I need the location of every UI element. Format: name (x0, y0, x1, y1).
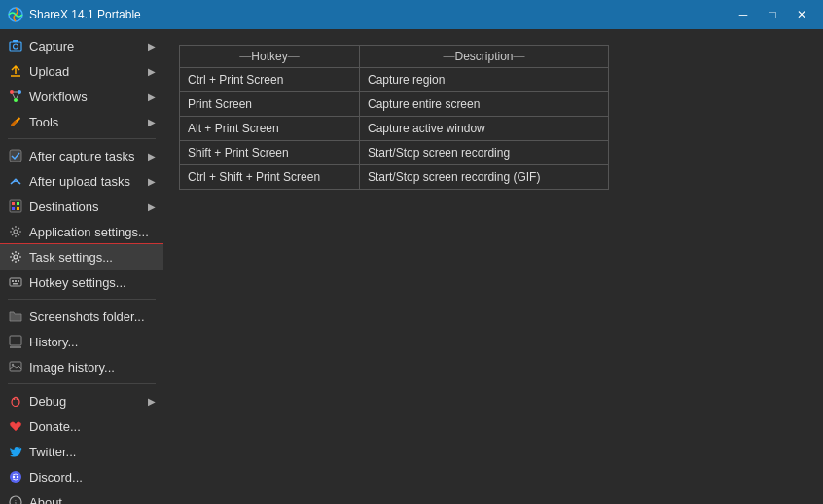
minimize-button[interactable]: ─ (730, 4, 757, 25)
svg-rect-16 (12, 207, 15, 210)
sidebar-item-tools[interactable]: Tools▶ (0, 109, 163, 134)
tools-arrow: ▶ (148, 117, 156, 127)
sidebar-item-twitter[interactable]: Twitter... (0, 439, 163, 464)
window-controls: ─ □ ✕ (730, 4, 815, 25)
debug-label: Debug (29, 394, 142, 409)
svg-point-6 (14, 98, 18, 102)
hotkey-settings-label: Hotkey settings... (29, 275, 156, 290)
table-row: Print ScreenCapture entire screen (180, 92, 608, 117)
sidebar-item-hotkey-settings[interactable]: Hotkey settings... (0, 270, 163, 295)
hotkey-cell: Shift + Print Screen (180, 141, 360, 164)
sidebar-item-debug[interactable]: Debug▶ (0, 388, 163, 414)
sidebar-item-after-capture[interactable]: After capture tasks▶ (0, 143, 163, 168)
sidebar-item-discord[interactable]: Discord... (0, 464, 163, 489)
hotkey-cell: Alt + Print Screen (180, 117, 360, 140)
menu-separator (8, 383, 156, 384)
maximize-button[interactable]: □ (759, 4, 786, 25)
sidebar-item-donate[interactable]: Donate... (0, 414, 163, 439)
sidebar-item-history[interactable]: History... (0, 329, 163, 354)
destinations-arrow: ▶ (148, 201, 156, 212)
svg-rect-22 (15, 280, 17, 282)
svg-rect-25 (10, 336, 21, 345)
task-settings-label: Task settings... (29, 250, 156, 265)
window-title: ShareX 14.1 Portable (29, 8, 141, 21)
svg-text:i: i (15, 498, 18, 504)
after-capture-arrow: ▶ (148, 151, 156, 162)
svg-point-33 (13, 476, 15, 478)
description-header-label: Description (454, 50, 513, 63)
svg-point-5 (18, 90, 21, 94)
sidebar-item-app-settings[interactable]: Application settings... (0, 219, 163, 244)
hotkey-cell: Print Screen (180, 92, 360, 116)
after-upload-icon (8, 173, 23, 189)
hotkey-cell: Ctrl + Shift + Print Screen (180, 165, 360, 189)
description-cell: Start/Stop screen recording (360, 141, 608, 164)
svg-rect-17 (17, 207, 19, 210)
svg-point-2 (14, 44, 18, 49)
hotkey-header-label: Hotkey (251, 50, 287, 63)
sidebar-item-task-settings[interactable]: Task settings... (0, 244, 163, 270)
tools-icon (8, 114, 23, 129)
workflows-arrow: ▶ (148, 91, 156, 102)
close-button[interactable]: ✕ (788, 4, 815, 25)
upload-label: Upload (29, 64, 142, 79)
svg-rect-1 (10, 42, 21, 51)
after-upload-label: After upload tasks (29, 174, 142, 189)
svg-rect-23 (18, 280, 19, 282)
discord-icon (8, 469, 23, 485)
workflows-icon (8, 89, 23, 104)
screenshots-folder-icon (8, 308, 23, 324)
discord-label: Discord... (29, 470, 156, 485)
sidebar-item-upload[interactable]: Upload▶ (0, 58, 163, 84)
sidebar-item-workflows[interactable]: Workflows▶ (0, 84, 163, 109)
app-settings-icon (8, 224, 23, 239)
after-capture-icon (8, 148, 23, 163)
hotkey-settings-icon (8, 274, 23, 290)
sidebar-item-screenshots-folder[interactable]: Screenshots folder... (0, 304, 163, 329)
table-row: Alt + Print ScreenCapture active window (180, 117, 608, 141)
screenshots-folder-label: Screenshots folder... (29, 309, 156, 324)
sidebar-item-destinations[interactable]: Destinations▶ (0, 194, 163, 219)
svg-point-34 (17, 476, 18, 478)
about-label: About . (29, 495, 156, 505)
svg-rect-13 (10, 200, 21, 212)
about-icon: i (8, 494, 23, 504)
image-history-label: Image history... (29, 360, 156, 375)
capture-icon (8, 38, 23, 54)
history-icon (8, 334, 23, 349)
table-row: Ctrl + Shift + Print ScreenStart/Stop sc… (180, 165, 608, 189)
capture-arrow: ▶ (148, 41, 156, 52)
sidebar-item-capture[interactable]: Capture▶ (0, 33, 163, 58)
image-history-icon (8, 359, 23, 375)
sidebar-item-about[interactable]: iAbout . (0, 489, 163, 504)
destinations-label: Destinations (29, 199, 142, 214)
app-icon (8, 7, 23, 22)
debug-icon (8, 393, 23, 409)
svg-rect-14 (12, 202, 15, 205)
table-body: Ctrl + Print ScreenCapture regionPrint S… (180, 68, 608, 189)
hotkey-table: —Hotkey— —Description— Ctrl + Print Scre… (179, 45, 609, 190)
after-upload-arrow: ▶ (148, 176, 156, 187)
debug-arrow: ▶ (148, 396, 156, 407)
svg-rect-12 (10, 150, 21, 162)
main-content: Capture▶Upload▶Workflows▶Tools▶After cap… (0, 29, 823, 504)
svg-point-31 (17, 398, 18, 400)
donate-icon (8, 418, 23, 434)
description-cell: Capture region (360, 68, 608, 91)
menu-separator (8, 299, 156, 300)
title-bar: ShareX 14.1 Portable ─ □ ✕ (0, 0, 823, 29)
svg-point-4 (10, 90, 14, 94)
twitter-icon (8, 444, 23, 459)
svg-rect-15 (17, 202, 19, 205)
donate-label: Donate... (29, 419, 156, 434)
svg-point-30 (14, 398, 16, 400)
sidebar: Capture▶Upload▶Workflows▶Tools▶After cap… (0, 29, 163, 504)
twitter-label: Twitter... (29, 445, 156, 459)
svg-rect-24 (13, 283, 18, 285)
tools-label: Tools (29, 115, 142, 129)
app-settings-label: Application settings... (29, 225, 156, 239)
history-label: History... (29, 335, 156, 349)
sidebar-item-image-history[interactable]: Image history... (0, 354, 163, 379)
title-bar-left: ShareX 14.1 Portable (8, 7, 141, 22)
sidebar-item-after-upload[interactable]: After upload tasks▶ (0, 168, 163, 194)
